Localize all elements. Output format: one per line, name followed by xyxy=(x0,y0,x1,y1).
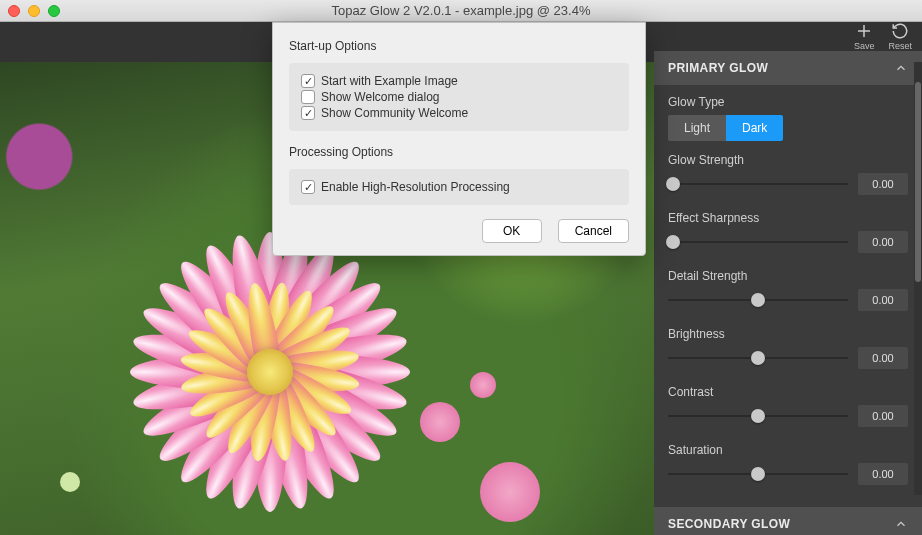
ok-button[interactable]: OK xyxy=(482,219,542,243)
cancel-button[interactable]: Cancel xyxy=(558,219,629,243)
flower-graphic xyxy=(110,212,430,532)
start-example-label: Start with Example Image xyxy=(321,74,458,88)
hires-label: Enable High-Resolution Processing xyxy=(321,180,510,194)
window-controls xyxy=(0,5,60,17)
slider-thumb[interactable] xyxy=(751,409,765,423)
chevron-up-icon xyxy=(894,517,908,531)
slider-track[interactable] xyxy=(668,299,848,301)
glow-type-toggle: Light Dark xyxy=(668,115,908,141)
startup-options-section: Start with Example Image Show Welcome di… xyxy=(289,63,629,131)
glow-type-light-button[interactable]: Light xyxy=(668,115,726,141)
panel-scrollbar[interactable] xyxy=(914,62,922,495)
slider-label: Saturation xyxy=(668,443,908,457)
slider-track[interactable] xyxy=(668,473,848,475)
show-welcome-label: Show Welcome dialog xyxy=(321,90,440,104)
slider-label: Effect Sharpness xyxy=(668,211,908,225)
show-community-label: Show Community Welcome xyxy=(321,106,468,120)
hires-checkbox[interactable] xyxy=(301,180,315,194)
slider-value[interactable]: 0.00 xyxy=(858,173,908,195)
minimize-window-icon[interactable] xyxy=(28,5,40,17)
settings-panel: Save Reset PRIMARY GLOW Glow Type Light … xyxy=(654,22,922,535)
slider-value[interactable]: 0.00 xyxy=(858,463,908,485)
primary-glow-body: Glow Type Light Dark Glow Strength0.00Ef… xyxy=(654,85,922,507)
slider-thumb[interactable] xyxy=(751,467,765,481)
zoom-window-icon[interactable] xyxy=(48,5,60,17)
slider-thumb[interactable] xyxy=(666,177,680,191)
slider-label: Detail Strength xyxy=(668,269,908,283)
flower-bud xyxy=(420,402,460,442)
start-example-checkbox[interactable] xyxy=(301,74,315,88)
reset-button[interactable]: Reset xyxy=(888,22,912,51)
secondary-glow-header[interactable]: SECONDARY GLOW xyxy=(654,507,922,535)
slider-row: Contrast0.00 xyxy=(668,385,908,427)
primary-glow-title: PRIMARY GLOW xyxy=(668,61,768,75)
slider-track[interactable] xyxy=(668,241,848,243)
show-community-checkbox[interactable] xyxy=(301,106,315,120)
slider-value[interactable]: 0.00 xyxy=(858,231,908,253)
plus-icon xyxy=(855,22,873,40)
scrollbar-thumb[interactable] xyxy=(915,82,921,282)
slider-track[interactable] xyxy=(668,183,848,185)
chevron-up-icon xyxy=(894,61,908,75)
slider-thumb[interactable] xyxy=(751,351,765,365)
slider-row: Detail Strength0.00 xyxy=(668,269,908,311)
reset-icon xyxy=(891,22,909,40)
slider-thumb[interactable] xyxy=(751,293,765,307)
primary-glow-header[interactable]: PRIMARY GLOW xyxy=(654,51,922,85)
top-action-bar: Save Reset xyxy=(654,22,922,51)
slider-row: Glow Strength0.00 xyxy=(668,153,908,195)
slider-row: Brightness0.00 xyxy=(668,327,908,369)
flower-bud xyxy=(470,372,496,398)
titlebar: Topaz Glow 2 V2.0.1 - example.jpg @ 23.4… xyxy=(0,0,922,22)
reset-label: Reset xyxy=(888,41,912,51)
slider-row: Saturation0.00 xyxy=(668,443,908,485)
slider-row: Effect Sharpness0.00 xyxy=(668,211,908,253)
slider-thumb[interactable] xyxy=(666,235,680,249)
close-window-icon[interactable] xyxy=(8,5,20,17)
show-welcome-checkbox[interactable] xyxy=(301,90,315,104)
glow-type-dark-button[interactable]: Dark xyxy=(726,115,783,141)
slider-label: Glow Strength xyxy=(668,153,908,167)
slider-value[interactable]: 0.00 xyxy=(858,405,908,427)
processing-options-section: Enable High-Resolution Processing xyxy=(289,169,629,205)
slider-label: Brightness xyxy=(668,327,908,341)
save-button[interactable]: Save xyxy=(854,22,875,51)
flower-bud xyxy=(60,472,80,492)
preferences-dialog: Start-up Options Start with Example Imag… xyxy=(272,22,646,256)
processing-options-title: Processing Options xyxy=(289,145,629,159)
save-label: Save xyxy=(854,41,875,51)
window-title: Topaz Glow 2 V2.0.1 - example.jpg @ 23.4… xyxy=(0,3,922,18)
flower-bud xyxy=(480,462,540,522)
glow-type-label: Glow Type xyxy=(668,95,908,109)
slider-label: Contrast xyxy=(668,385,908,399)
slider-value[interactable]: 0.00 xyxy=(858,347,908,369)
secondary-glow-title: SECONDARY GLOW xyxy=(668,517,790,531)
flower-center xyxy=(247,349,293,395)
startup-options-title: Start-up Options xyxy=(289,39,629,53)
slider-track[interactable] xyxy=(668,415,848,417)
slider-value[interactable]: 0.00 xyxy=(858,289,908,311)
slider-track[interactable] xyxy=(668,357,848,359)
